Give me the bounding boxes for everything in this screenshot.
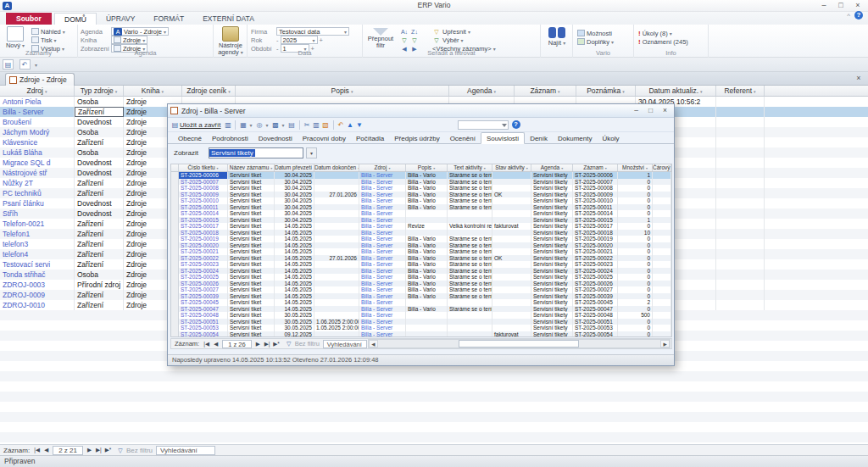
- cell[interactable]: [314, 210, 359, 217]
- cell[interactable]: [314, 217, 359, 224]
- cell[interactable]: [653, 210, 671, 217]
- cell[interactable]: [406, 217, 448, 224]
- horizontal-scrollbar[interactable]: ◀ ▶: [368, 339, 670, 348]
- cell[interactable]: [314, 230, 359, 236]
- cell[interactable]: [492, 179, 531, 186]
- cell[interactable]: telefon4: [0, 249, 75, 259]
- cell[interactable]: 30.04.2025: [275, 179, 314, 186]
- new-record-nav-button[interactable]: ▶*: [272, 341, 281, 347]
- cell[interactable]: 30.05.2025: [275, 312, 314, 319]
- collapse-ribbon-icon[interactable]: ^: [847, 12, 850, 19]
- cell[interactable]: Tonda střihač: [0, 270, 75, 280]
- cell[interactable]: 0: [618, 242, 653, 249]
- ribbon-tab-3[interactable]: EXTERNÍ DATA: [193, 13, 264, 25]
- dialog-tab-obecn-[interactable]: Obecné: [173, 133, 207, 145]
- cell[interactable]: Nůžky 2T: [0, 178, 75, 188]
- cell[interactable]: Servisní tiket: [228, 281, 275, 287]
- cell[interactable]: [653, 286, 671, 293]
- cell[interactable]: ST-2025-00009: [573, 192, 618, 198]
- cell[interactable]: ST-2025-00039: [179, 293, 228, 300]
- cell[interactable]: ST-2025-00015: [179, 217, 228, 224]
- cell[interactable]: [716, 188, 765, 198]
- ribbon-tab-1[interactable]: ÚPRAVY: [97, 13, 144, 25]
- cell[interactable]: Servisní tikety: [531, 299, 573, 306]
- cell[interactable]: 14.05.2025: [275, 223, 314, 230]
- cell[interactable]: 14.05.2025: [275, 274, 314, 281]
- sort-arrow-icon[interactable]: ▾: [484, 166, 486, 170]
- column-header[interactable]: Text aktivity▾: [448, 164, 492, 171]
- cell[interactable]: Servisní tiket: [228, 286, 275, 293]
- cell[interactable]: [716, 117, 765, 127]
- cell[interactable]: [653, 293, 671, 300]
- cell[interactable]: ST-2025-00014: [179, 210, 228, 217]
- cell[interactable]: [653, 236, 671, 242]
- save-close-button[interactable]: ▤Uložit a zavřít: [170, 120, 220, 130]
- cell[interactable]: Servisní tiket: [228, 192, 275, 198]
- filter-state-button[interactable]: ▽Bez filtru: [285, 340, 320, 347]
- cell[interactable]: [653, 261, 671, 268]
- cell[interactable]: Billa - Server: [359, 325, 406, 331]
- cell[interactable]: [406, 331, 448, 338]
- record-selector[interactable]: [171, 210, 179, 217]
- cell[interactable]: Billa - Vario: [406, 185, 448, 192]
- cell[interactable]: OK: [492, 192, 531, 198]
- dialog-tab-dokumenty[interactable]: Dokumenty: [553, 133, 597, 145]
- cell[interactable]: Servisní tikety: [531, 210, 573, 217]
- cell[interactable]: ST-2025-00008: [179, 185, 228, 192]
- cell[interactable]: [492, 312, 531, 319]
- move-down-icon[interactable]: ▼: [355, 120, 364, 130]
- cell[interactable]: Stříh: [0, 208, 75, 219]
- table-row[interactable]: ST-2025-00045Servisní tiket14.05.2025Bil…: [171, 299, 671, 306]
- cell[interactable]: [448, 217, 492, 224]
- column-header[interactable]: Typ zdroje▾: [75, 86, 124, 96]
- show-combo[interactable]: Servisní tikety: [209, 147, 303, 158]
- cell[interactable]: Servisní tikety: [531, 230, 573, 236]
- column-header[interactable]: Referent▾: [716, 86, 765, 96]
- cell[interactable]: [406, 325, 448, 331]
- cell[interactable]: Staráme se o tento: [448, 293, 492, 300]
- cell[interactable]: Dovednost: [75, 208, 124, 219]
- copy-icon[interactable]: ▥: [312, 120, 321, 130]
- cell[interactable]: ST-2025-00022: [179, 255, 228, 262]
- qat-save-icon[interactable]: ▤: [3, 59, 14, 69]
- cell[interactable]: [406, 319, 448, 325]
- cell[interactable]: Zařízení: [75, 188, 124, 198]
- column-header[interactable]: Zdroj▾: [0, 86, 75, 96]
- cell[interactable]: ST-2025-00019: [179, 236, 228, 242]
- next-record-button[interactable]: ▶: [85, 447, 94, 453]
- cell[interactable]: [448, 319, 492, 325]
- cell[interactable]: Zařízení: [75, 229, 124, 239]
- cell[interactable]: [653, 179, 671, 186]
- cell[interactable]: Staráme se o tento: [448, 236, 492, 242]
- cell[interactable]: Osoba: [75, 147, 124, 158]
- record-selector[interactable]: [171, 268, 179, 275]
- cell[interactable]: Revize: [406, 223, 448, 230]
- column-header[interactable]: Záznam▾: [515, 86, 576, 96]
- save-record-icon[interactable]: ▤: [287, 120, 297, 130]
- column-header[interactable]: Popis▾: [236, 86, 449, 96]
- cell[interactable]: ST-2025-00007: [573, 179, 618, 186]
- cell[interactable]: [314, 236, 359, 242]
- cell[interactable]: [314, 268, 359, 275]
- document-tab[interactable]: Zdroje - Zdroje: [5, 73, 75, 86]
- record-selector[interactable]: [171, 179, 179, 186]
- record-selector[interactable]: [171, 286, 179, 293]
- table-row[interactable]: ST-2025-00019Servisní tiket14.05.2025Bil…: [171, 236, 671, 242]
- prev-record-button[interactable]: ◀: [42, 447, 51, 453]
- cell[interactable]: Billa - Vario: [406, 293, 448, 300]
- cell[interactable]: Servisní tikety: [531, 268, 573, 275]
- cell[interactable]: [492, 306, 531, 313]
- sort-arrow-icon[interactable]: ▾: [433, 166, 435, 170]
- scrollbar-thumb[interactable]: [459, 340, 579, 347]
- sort-arrow-icon[interactable]: ▾: [493, 89, 496, 94]
- tasks-button[interactable]: !Úkoly (8)▾: [638, 29, 688, 37]
- cell[interactable]: 0: [618, 306, 653, 313]
- column-header[interactable]: Název záznamu▾: [228, 164, 275, 171]
- cell[interactable]: [716, 290, 765, 300]
- cell[interactable]: 0: [618, 255, 653, 262]
- table-row[interactable]: ST-2025-00047Servisní tiket14.05.2025Bil…: [171, 306, 671, 313]
- cell[interactable]: 1.06.2025 2:00:00: [314, 319, 359, 325]
- cell[interactable]: [716, 178, 765, 188]
- cell[interactable]: Billa - Server: [359, 261, 406, 268]
- table-row[interactable]: ST-2025-00024Servisní tiket14.05.2025Bil…: [171, 268, 671, 275]
